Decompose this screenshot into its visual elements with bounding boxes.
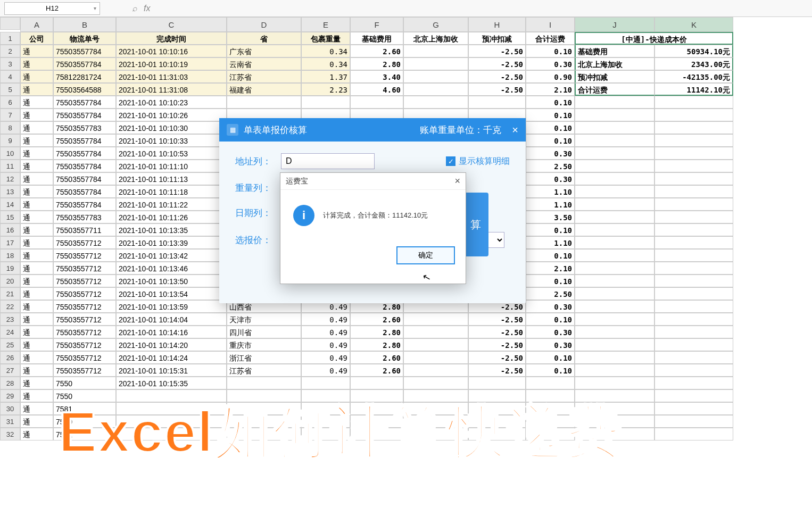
cell-company[interactable]: 通 [20,402,53,415]
cell-total[interactable] [526,389,575,402]
cell-company[interactable]: 通 [20,389,53,402]
cell-weight[interactable]: 1.37 [301,70,350,83]
row-header[interactable]: 15 [0,211,20,223]
cell-deduction[interactable]: -2.50 [468,45,526,57]
cell-tracking[interactable]: 75503557712 [53,262,116,275]
cell-company[interactable]: 通 [20,134,53,147]
row-header[interactable]: 12 [0,172,20,185]
cell-tracking[interactable]: 75503557711 [53,223,116,236]
cell-weight[interactable] [301,389,350,402]
row-header[interactable]: 21 [0,287,20,300]
empty-cell[interactable] [575,211,654,223]
cell-weight[interactable]: 2.23 [301,83,350,96]
cell-company[interactable]: 通 [20,121,53,134]
cell-deduction[interactable]: -2.50 [468,313,526,326]
cell-total[interactable]: 0.30 [526,338,575,351]
cell-surcharge[interactable] [403,402,468,415]
cell-tracking[interactable]: 75503557784 [53,198,116,211]
cell-base-fee[interactable]: 2.60 [350,45,403,57]
row-header[interactable]: 32 [0,428,20,440]
empty-cell[interactable] [654,275,733,287]
ok-button[interactable]: 确定 [396,246,455,264]
cell-time[interactable]: 2021-10-01 11:31:08 [116,83,227,96]
cell-base-fee[interactable]: 2.80 [350,338,403,351]
cell-base-fee[interactable] [350,402,403,415]
name-box[interactable]: H12 [4,2,100,15]
cell-base-fee[interactable] [350,428,403,440]
cell-deduction[interactable] [468,377,526,389]
cell-total[interactable]: 0.10 [526,134,575,147]
empty-cell[interactable] [654,198,733,211]
cell-province[interactable] [227,428,301,440]
cell-weight[interactable]: 0.49 [301,364,350,377]
cell-tracking[interactable]: 7550 [53,415,116,428]
cell-time[interactable]: 2021-10-01 10:13:35 [116,223,227,236]
empty-cell[interactable] [654,121,733,134]
cell-weight[interactable]: 0.34 [301,45,350,57]
cell-total[interactable] [526,428,575,440]
empty-cell[interactable] [654,249,733,262]
cell-tracking[interactable]: 75503557712 [53,287,116,300]
row-header[interactable]: 11 [0,160,20,172]
cell-base-fee[interactable]: 4.60 [350,83,403,96]
cell-surcharge[interactable] [403,338,468,351]
cell-tracking[interactable]: 75503557784 [53,109,116,121]
cell-company[interactable]: 通 [20,160,53,172]
cell-province[interactable]: 广东省 [227,45,301,57]
cell-time[interactable]: 2021-10-01 10:10:19 [116,57,227,70]
cell-company[interactable]: 通 [20,109,53,121]
empty-cell[interactable] [575,172,654,185]
cell-tracking[interactable]: 75503557784 [53,134,116,147]
search-icon[interactable]: ⌕ [132,4,137,13]
empty-cell[interactable] [654,236,733,249]
cell-company[interactable]: 通 [20,287,53,300]
cell-total[interactable]: 0.30 [526,300,575,313]
empty-cell[interactable] [575,351,654,364]
cell-deduction[interactable]: -2.50 [468,338,526,351]
cell-company[interactable]: 通 [20,338,53,351]
cell-time[interactable]: 2021-10-01 10:11:10 [116,160,227,172]
select-all-corner[interactable] [0,17,20,30]
cell-total[interactable]: 0.10 [526,109,575,121]
cell-total[interactable]: 1.10 [526,185,575,198]
cell-province[interactable] [227,415,301,428]
cell-company[interactable]: 通 [20,313,53,326]
cell-surcharge[interactable] [403,415,468,428]
empty-cell[interactable] [654,428,733,440]
cell-total[interactable] [526,377,575,389]
empty-cell[interactable] [575,300,654,313]
cell-tracking[interactable]: 75503557712 [53,275,116,287]
cell-base-fee[interactable]: 2.80 [350,326,403,338]
cell-time[interactable] [116,389,227,402]
cell-surcharge[interactable] [403,377,468,389]
cell-province[interactable] [227,402,301,415]
cell-time[interactable]: 2021-10-01 10:10:23 [116,96,227,109]
empty-cell[interactable] [575,377,654,389]
cell-weight[interactable]: 0.49 [301,338,350,351]
row-header[interactable]: 13 [0,185,20,198]
cell-tracking[interactable]: 75503557784 [53,172,116,185]
cell-surcharge[interactable] [403,389,468,402]
cell-province[interactable]: 浙江省 [227,351,301,364]
empty-cell[interactable] [654,402,733,415]
empty-cell[interactable] [575,389,654,402]
cell-total[interactable]: 0.10 [526,351,575,364]
cell-total[interactable]: 0.10 [526,96,575,109]
cell-province[interactable]: 重庆市 [227,338,301,351]
cell-deduction[interactable]: -2.50 [468,326,526,338]
cell-deduction[interactable]: -2.50 [468,57,526,70]
cell-total[interactable]: 2.50 [526,160,575,172]
empty-cell[interactable] [575,364,654,377]
cell-company[interactable]: 通 [20,300,53,313]
cell-company[interactable]: 通 [20,223,53,236]
cell-time[interactable]: 2021-10-01 10:14:04 [116,313,227,326]
cell-tracking[interactable]: 75503557712 [53,236,116,249]
cell-company[interactable]: 通 [20,211,53,223]
cell-time[interactable]: 2021-10-01 10:10:53 [116,147,227,160]
cell-time[interactable] [116,415,227,428]
cell-company[interactable]: 通 [20,57,53,70]
row-header[interactable]: 19 [0,262,20,275]
cell-province[interactable] [227,377,301,389]
cell-total[interactable]: 2.10 [526,262,575,275]
cell-surcharge[interactable] [403,83,468,96]
